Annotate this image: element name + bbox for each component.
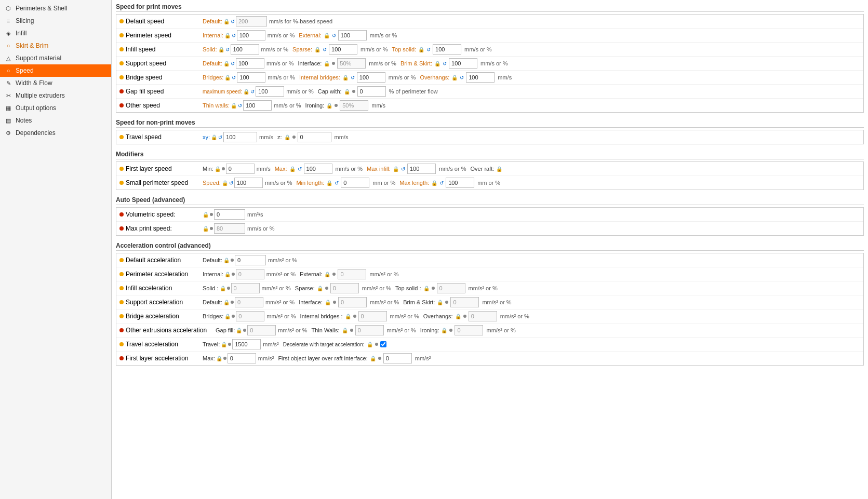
lock-travel-z[interactable]: 🔒	[284, 134, 290, 140]
lock-perimeter-external[interactable]: 🔒	[324, 33, 330, 38]
input-brim-skirt[interactable]	[449, 58, 477, 69]
input-support-interface-accel[interactable]	[338, 297, 367, 307]
input-infill-solid[interactable]	[231, 44, 259, 55]
input-sp-minlen[interactable]	[341, 178, 369, 188]
refresh-perimeter-internal[interactable]: ↺	[232, 33, 236, 38]
input-gapfill-max[interactable]	[256, 86, 284, 97]
input-fl-min[interactable]	[226, 164, 255, 174]
lock-infill-topsolid-accel[interactable]: 🔒	[423, 286, 430, 291]
lock-overhangs-accel[interactable]: 🔒	[455, 314, 461, 319]
refresh-perimeter-external[interactable]: ↺	[332, 33, 336, 38]
sidebar-item-infill[interactable]: ◈ Infill	[0, 27, 111, 39]
refresh-default-speed[interactable]: ↺	[231, 19, 235, 24]
sidebar-item-dependencies[interactable]: ⚙ Dependencies	[0, 127, 111, 139]
sidebar-item-output[interactable]: ▦ Output options	[0, 102, 111, 114]
refresh-infill-sparse[interactable]: ↺	[323, 47, 327, 52]
refresh-support-default[interactable]: ↺	[231, 61, 235, 66]
input-gapfill-accel[interactable]	[247, 325, 276, 335]
refresh-internal-bridges[interactable]: ↺	[351, 75, 355, 80]
input-default-accel[interactable]	[235, 255, 266, 265]
lock-bridges-accel[interactable]: 🔒	[224, 314, 231, 319]
lock-sp-maxlen[interactable]: 🔒	[431, 180, 437, 186]
lock-ironing-accel[interactable]: 🔒	[441, 328, 447, 333]
refresh-overhangs[interactable]: ↺	[460, 75, 464, 80]
lock-bridges[interactable]: 🔒	[224, 75, 231, 80]
lock-travel-xy[interactable]: 🔒	[211, 134, 217, 140]
input-perim-external-accel[interactable]	[338, 269, 366, 279]
input-travel-accel[interactable]	[232, 339, 261, 349]
lock-internal-bridges-accel[interactable]: 🔒	[345, 314, 351, 319]
input-infill-sparse-accel[interactable]	[330, 283, 359, 293]
lock-perim-external-accel[interactable]: 🔒	[324, 272, 330, 277]
lock-max-print[interactable]: 🔒	[203, 226, 209, 232]
refresh-thin-walls[interactable]: ↺	[238, 103, 242, 109]
input-fl-accel-max[interactable]	[228, 353, 256, 363]
lock-perim-internal-accel[interactable]: 🔒	[224, 272, 231, 277]
lock-sp-minlen[interactable]: 🔒	[326, 180, 332, 186]
lock-infill-sparse-accel[interactable]: 🔒	[317, 286, 323, 291]
lock-brim-skirt-accel[interactable]: 🔒	[437, 300, 443, 305]
refresh-fl-max[interactable]: ↺	[298, 166, 302, 172]
lock-thin-walls[interactable]: 🔒	[231, 103, 237, 109]
input-perimeter-external[interactable]	[338, 30, 367, 41]
lock-infill-solid[interactable]: 🔒	[218, 47, 224, 52]
lock-default-accel[interactable]: 🔒	[223, 258, 230, 263]
lock-fl-max[interactable]: 🔒	[289, 166, 296, 172]
sidebar-item-perimeters[interactable]: ⬡ Perimeters & Shell	[0, 2, 111, 15]
refresh-travel-xy[interactable]: ↺	[218, 134, 222, 140]
lock-internal-bridges[interactable]: 🔒	[342, 75, 349, 80]
refresh-gapfill-max[interactable]: ↺	[250, 89, 255, 95]
lock-infill-sparse[interactable]: 🔒	[314, 47, 321, 52]
lock-default-speed[interactable]: 🔒	[223, 19, 230, 24]
sidebar-item-support[interactable]: △ Support material	[0, 52, 111, 64]
input-default-speed[interactable]	[236, 16, 267, 26]
lock-fl-accel-max[interactable]: 🔒	[216, 356, 222, 361]
input-thin-walls[interactable]	[243, 100, 272, 111]
input-ironing-accel[interactable]	[455, 325, 483, 335]
input-bridges[interactable]	[237, 72, 265, 83]
refresh-brim-skirt[interactable]: ↺	[443, 61, 447, 66]
lock-support-default-accel[interactable]: 🔒	[223, 300, 230, 305]
refresh-bridges[interactable]: ↺	[232, 75, 236, 80]
input-infill-topsolid-accel[interactable]	[437, 283, 465, 293]
input-bridges-accel[interactable]	[236, 311, 264, 321]
sidebar-item-slicing[interactable]: ≡ Slicing	[0, 15, 111, 27]
sidebar-item-notes[interactable]: ▤ Notes	[0, 114, 111, 127]
lock-infill-topsolid[interactable]: 🔒	[418, 47, 424, 52]
input-perimeter-internal[interactable]	[237, 30, 265, 41]
lock-volumetric[interactable]: 🔒	[203, 212, 209, 218]
lock-support-interface-accel[interactable]: 🔒	[325, 300, 331, 305]
input-infill-topsolid[interactable]	[433, 44, 461, 55]
input-overhangs-accel[interactable]	[469, 311, 497, 321]
input-volumetric[interactable]	[214, 209, 245, 220]
lock-support-interface[interactable]: 🔒	[324, 61, 330, 66]
lock-gapfill-accel[interactable]: 🔒	[236, 328, 242, 333]
input-travel-xy[interactable]	[223, 132, 257, 142]
refresh-sp-speed[interactable]: ↺	[229, 180, 233, 186]
input-internal-bridges[interactable]	[357, 72, 385, 83]
input-travel-z[interactable]	[298, 132, 331, 142]
lock-decelerate[interactable]: 🔒	[367, 342, 373, 347]
lock-perimeter-internal[interactable]: 🔒	[224, 33, 231, 38]
input-perim-internal-accel[interactable]	[236, 269, 264, 279]
refresh-infill-solid[interactable]: ↺	[225, 47, 230, 52]
input-fl-raft-accel[interactable]	[383, 353, 412, 363]
lock-fl-overraft[interactable]: 🔒	[496, 166, 502, 172]
input-brim-skirt-accel[interactable]	[450, 297, 479, 307]
input-ironing[interactable]	[340, 100, 368, 111]
input-max-print[interactable]	[214, 223, 245, 234]
input-support-default-accel[interactable]	[235, 297, 263, 307]
input-cap-with[interactable]	[357, 86, 386, 97]
lock-fl-min[interactable]: 🔒	[215, 166, 221, 172]
lock-gapfill-max[interactable]: 🔒	[243, 89, 249, 95]
lock-cap-with[interactable]: 🔒	[344, 89, 350, 95]
input-sp-maxlen[interactable]	[446, 178, 474, 188]
lock-infill-solid-accel[interactable]: 🔒	[220, 286, 226, 291]
input-infill-solid-accel[interactable]	[231, 283, 260, 293]
lock-fl-raft-accel[interactable]: 🔒	[370, 356, 376, 361]
input-support-default[interactable]	[236, 58, 264, 69]
refresh-sp-maxlen[interactable]: ↺	[439, 180, 444, 186]
lock-ironing[interactable]: 🔒	[326, 103, 332, 109]
refresh-fl-maxinfill[interactable]: ↺	[401, 166, 405, 172]
sidebar-item-skirt[interactable]: ○ Skirt & Brim	[0, 39, 111, 52]
